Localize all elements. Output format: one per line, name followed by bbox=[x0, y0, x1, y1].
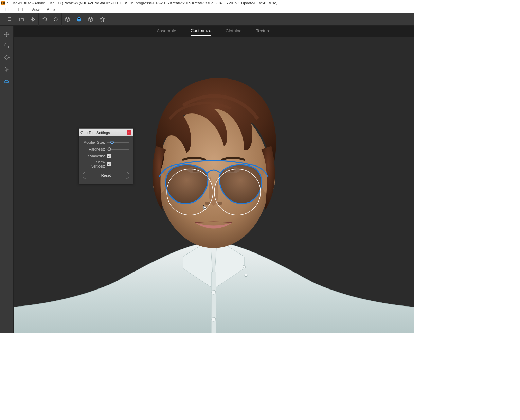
show-vertices-checkbox[interactable] bbox=[107, 162, 111, 166]
menu-more[interactable]: More bbox=[43, 7, 58, 12]
svg-point-4 bbox=[212, 290, 216, 294]
toolbar-cube-solid-icon[interactable] bbox=[73, 13, 85, 26]
window-title: * Fuse-BF.fuse - Adobe Fuse CC (Preview)… bbox=[7, 1, 277, 5]
rail-link-icon[interactable] bbox=[0, 40, 14, 52]
close-icon[interactable]: × bbox=[127, 130, 131, 135]
rail-pointer-icon[interactable] bbox=[0, 63, 14, 75]
menu-edit[interactable]: Edit bbox=[15, 7, 28, 12]
toolbar-cube-textured-icon[interactable] bbox=[85, 13, 96, 26]
svg-point-7 bbox=[243, 265, 246, 268]
toolbar-export-icon[interactable] bbox=[27, 13, 39, 26]
menu-bar: File Edit View More bbox=[0, 6, 414, 13]
tab-texture[interactable]: Texture bbox=[256, 28, 271, 35]
svg-point-8 bbox=[245, 274, 247, 277]
3d-viewport[interactable] bbox=[14, 37, 414, 333]
toolbar-new-icon[interactable] bbox=[4, 13, 16, 26]
left-tool-rail bbox=[0, 26, 14, 333]
toolbar-open-icon[interactable] bbox=[16, 13, 27, 26]
svg-rect-3 bbox=[211, 272, 216, 334]
app-icon: Fu bbox=[1, 1, 5, 5]
svg-point-1 bbox=[90, 19, 91, 20]
symmetry-checkbox[interactable] bbox=[107, 154, 111, 158]
tab-customize[interactable]: Customize bbox=[191, 28, 211, 36]
rail-geo-tool-icon[interactable] bbox=[0, 75, 14, 86]
toolbar-star-icon[interactable] bbox=[96, 13, 108, 26]
menu-file[interactable]: File bbox=[2, 7, 15, 12]
toolbar-cube-wire-icon[interactable] bbox=[62, 13, 73, 26]
toolbar-undo-icon[interactable] bbox=[39, 13, 50, 26]
title-bar: Fu * Fuse-BF.fuse - Adobe Fuse CC (Previ… bbox=[0, 0, 520, 6]
tab-assemble[interactable]: Assemble bbox=[157, 28, 176, 35]
menu-view[interactable]: View bbox=[28, 7, 43, 12]
rail-target-icon[interactable] bbox=[0, 52, 14, 63]
app-body: Assemble Customize Clothing Texture bbox=[0, 13, 414, 333]
show-vertices-label: Show Vertices: bbox=[83, 160, 107, 168]
symmetry-label: Symmetry: bbox=[83, 154, 107, 158]
mode-tabs: Assemble Customize Clothing Texture bbox=[14, 26, 414, 37]
modifier-size-label: Modifier Size: bbox=[83, 140, 107, 144]
svg-point-2 bbox=[5, 56, 8, 59]
modifier-size-slider[interactable] bbox=[107, 140, 129, 144]
hardness-label: Hardness: bbox=[83, 147, 107, 151]
reset-button[interactable]: Reset bbox=[83, 172, 129, 179]
panel-titlebar[interactable]: Geo Tool Settings × bbox=[79, 129, 133, 136]
toolbar-redo-icon[interactable] bbox=[50, 13, 62, 26]
character-model bbox=[14, 51, 414, 334]
svg-rect-0 bbox=[8, 17, 11, 21]
geo-tool-settings-panel[interactable]: Geo Tool Settings × Modifier Size: Hardn… bbox=[79, 128, 133, 184]
panel-title: Geo Tool Settings bbox=[80, 130, 127, 135]
tab-clothing[interactable]: Clothing bbox=[226, 28, 242, 35]
panel-body: Modifier Size: Hardness: Symmetry: bbox=[79, 136, 133, 184]
svg-point-5 bbox=[212, 317, 216, 321]
rail-move-icon[interactable] bbox=[0, 29, 14, 40]
top-toolbar bbox=[0, 13, 414, 26]
hardness-slider[interactable] bbox=[107, 147, 129, 151]
